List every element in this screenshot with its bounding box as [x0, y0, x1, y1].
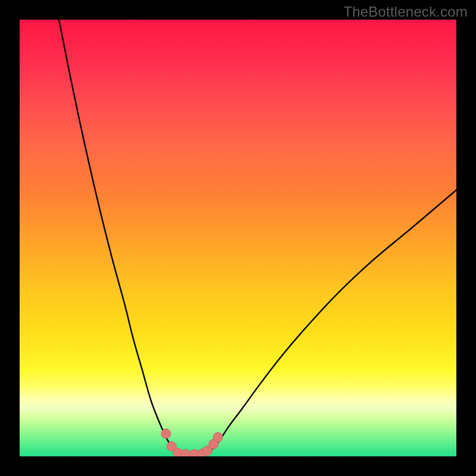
watermark-text: TheBottleneck.com	[343, 4, 468, 20]
bottleneck-curve-left	[59, 20, 181, 456]
chart-frame: TheBottleneck.com	[0, 0, 476, 476]
data-markers	[161, 429, 223, 456]
data-marker	[213, 433, 223, 442]
bottleneck-curve-right	[203, 190, 456, 455]
data-marker	[181, 449, 190, 456]
chart-overlay	[20, 20, 456, 456]
data-marker	[161, 429, 171, 439]
